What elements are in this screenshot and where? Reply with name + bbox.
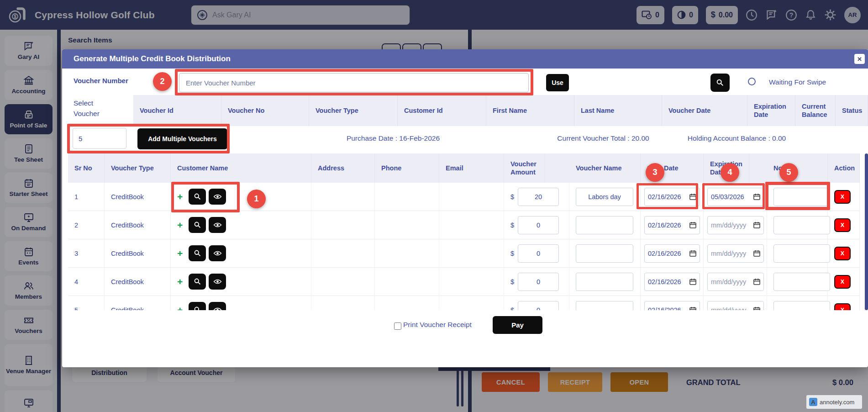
- print-voucher-receipt-checkbox[interactable]: [394, 322, 401, 330]
- start-date-input[interactable]: 02/16/2026: [644, 244, 700, 263]
- eye-icon: [213, 222, 222, 228]
- voucher-name-input[interactable]: [576, 216, 633, 234]
- results-col: Last Name: [574, 95, 662, 126]
- customer-search-button[interactable]: [189, 245, 206, 261]
- view-customer-eye-button[interactable]: [209, 302, 226, 310]
- delete-row-button[interactable]: X: [834, 275, 851, 289]
- customer-search-button[interactable]: [189, 217, 206, 233]
- note-input[interactable]: [773, 273, 830, 291]
- waiting-for-swipe-radio[interactable]: [748, 78, 756, 85]
- expiration-date-input[interactable]: mm/dd/yyyy: [707, 301, 764, 311]
- expiration-date-input[interactable]: mm/dd/yyyy: [707, 273, 764, 291]
- search-icon: [194, 249, 201, 257]
- delete-row-button[interactable]: X: [834, 303, 851, 311]
- amount-input[interactable]: [518, 273, 559, 291]
- currency-symbol: $: [510, 222, 514, 229]
- table-row: 4 CreditBook + $ 02/16/2026 mm/dd/yyyy X: [68, 268, 860, 296]
- add-customer-icon[interactable]: +: [177, 276, 183, 287]
- amount-input[interactable]: [518, 244, 559, 263]
- annotation-marker-5: 5: [779, 163, 798, 182]
- voucher-number-label: Voucher Number: [74, 77, 128, 85]
- waiting-for-swipe-label: Waiting For Swipe: [769, 78, 826, 86]
- delete-row-button[interactable]: X: [834, 190, 851, 204]
- voucher-name-input[interactable]: [576, 301, 633, 311]
- delete-row-button[interactable]: X: [834, 247, 851, 260]
- voucher-table: Sr No Voucher Type Customer Name Address…: [68, 153, 860, 310]
- voucher-name-input[interactable]: [576, 188, 633, 206]
- add-customer-icon[interactable]: +: [177, 305, 183, 311]
- calendar-icon: [689, 306, 696, 310]
- note-input[interactable]: [773, 301, 830, 311]
- delete-row-button[interactable]: X: [834, 218, 851, 232]
- voucher-search-button[interactable]: [710, 74, 730, 92]
- table-row: 3 CreditBook + $ 02/16/2026 mm/dd/yyyy X: [68, 239, 860, 268]
- use-button[interactable]: Use: [546, 74, 569, 91]
- search-icon: [716, 79, 724, 87]
- table-row: 2 CreditBook + $ 02/16/2026 mm/dd/yyyy X: [68, 211, 860, 239]
- note-input[interactable]: [773, 216, 830, 234]
- annotation-marker-1: 1: [247, 190, 266, 208]
- voucher-table-header: Sr No Voucher Type Customer Name Address…: [68, 153, 860, 183]
- currency-symbol: $: [510, 278, 514, 285]
- view-customer-eye-button[interactable]: [209, 274, 226, 290]
- col-voucher-type: Voucher Type: [105, 153, 171, 183]
- col-action: Action: [828, 153, 860, 183]
- annotation-rect-voucher-number: [175, 69, 533, 95]
- calendar-icon: [689, 250, 696, 257]
- amount-input[interactable]: [518, 301, 559, 311]
- table-scrollbar[interactable]: [865, 153, 868, 310]
- purchase-date-label: Purchase Date : 16-Feb-2026: [318, 134, 468, 143]
- col-customer-name: Customer Name: [171, 153, 311, 183]
- voucher-name-input[interactable]: [576, 244, 633, 263]
- annotely-logo-icon: A: [809, 398, 817, 406]
- amount-input[interactable]: [518, 216, 559, 234]
- view-customer-eye-button[interactable]: [209, 245, 226, 261]
- calendar-icon: [753, 222, 760, 228]
- results-col: First Name: [486, 95, 574, 126]
- expiration-date-input[interactable]: mm/dd/yyyy: [707, 244, 764, 263]
- start-date-input[interactable]: 02/16/2026: [644, 301, 700, 311]
- annotation-rect-add-vouchers: [67, 124, 230, 153]
- close-icon[interactable]: ✕: [854, 54, 865, 64]
- add-customer-icon[interactable]: +: [177, 248, 183, 259]
- results-col: Voucher Date: [662, 95, 747, 126]
- view-customer-eye-button[interactable]: [209, 217, 226, 233]
- modal-title: Generate Multiple Credit Book Distributi…: [74, 49, 231, 69]
- col-voucher-amount: Voucher Amount: [504, 153, 545, 183]
- print-voucher-receipt-label: Print Voucher Receipt: [403, 321, 472, 329]
- results-col: Expiration Date: [747, 95, 795, 126]
- currency-symbol: $: [510, 306, 514, 311]
- results-col: Customer Id: [398, 95, 486, 126]
- results-col: Current Balance: [795, 95, 836, 126]
- annotely-watermark: A annotely.com: [806, 395, 862, 409]
- start-date-input[interactable]: 02/16/2026: [644, 216, 700, 234]
- modal-header: Generate Multiple Credit Book Distributi…: [62, 49, 868, 69]
- col-voucher-name: Voucher Name: [569, 153, 641, 183]
- calendar-icon: [753, 306, 760, 310]
- current-voucher-total-label: Current Voucher Total : 20.00: [532, 134, 674, 143]
- voucher-name-input[interactable]: [576, 273, 633, 291]
- col-notes: Notes: [767, 153, 828, 183]
- customer-search-button[interactable]: [189, 302, 206, 310]
- customer-search-button[interactable]: [189, 274, 206, 290]
- search-icon: [194, 221, 201, 229]
- annotation-rect-notes: [765, 182, 830, 210]
- col-address: Address: [311, 153, 375, 183]
- pay-button[interactable]: Pay: [493, 316, 542, 334]
- annotation-marker-4: 4: [721, 163, 739, 182]
- expiration-date-input[interactable]: mm/dd/yyyy: [707, 216, 764, 234]
- col-phone: Phone: [375, 153, 439, 183]
- start-date-input[interactable]: 02/16/2026: [644, 273, 700, 291]
- col-email: Email: [439, 153, 504, 183]
- app-root: $ Cypress Hollow Golf Club Ask Gary AI 0…: [0, 0, 868, 412]
- currency-symbol: $: [510, 193, 514, 201]
- results-col: Voucher Id: [133, 95, 221, 126]
- amount-input[interactable]: [518, 188, 559, 206]
- add-customer-icon[interactable]: +: [177, 220, 183, 231]
- results-col: Voucher No: [221, 95, 309, 126]
- eye-icon: [213, 250, 222, 256]
- col-sr-no: Sr No: [68, 153, 105, 183]
- eye-icon: [213, 279, 222, 285]
- note-input[interactable]: [773, 244, 830, 263]
- search-icon: [194, 306, 201, 310]
